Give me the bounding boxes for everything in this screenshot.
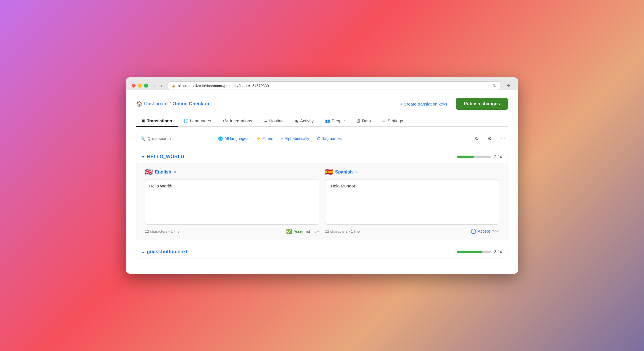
english-sort-icon[interactable]: ⇅ [174,170,176,174]
filters-label: Filters [262,136,273,141]
sort-icon: ≡ [281,136,283,141]
all-languages-button[interactable]: 🌐 All languages [217,135,250,143]
tab-translations[interactable]: ⊞ Translations [136,115,178,127]
alphabetically-button[interactable]: ≡ Alphabetically [279,135,310,143]
spanish-column: 🇪🇸 Spanish ⇅ ¡Hola Mundo! 12 characters … [322,168,502,234]
english-lang-header: 🇬🇧 English ⇅ [145,168,319,176]
search-input[interactable] [148,136,206,141]
breadcrumb-parent[interactable]: Dashboard [144,101,168,107]
hosting-icon: ☁ [263,119,267,123]
breadcrumb-current: Online Check-in [173,101,209,107]
publish-changes-button[interactable]: Publish changes [456,98,508,110]
search-icon: 🔍 [140,136,145,141]
languages-icon: 🌐 [183,119,188,123]
breadcrumb-separator: / [169,101,171,107]
integrations-icon: </> [223,119,228,123]
section-progress-2: 3 / 4 [457,249,502,254]
maximize-button[interactable] [144,84,148,88]
tab-languages-label: Languages [190,118,211,123]
create-translation-keys-button[interactable]: + Create translation keys [396,99,451,109]
minimize-button[interactable] [138,84,142,88]
section-progress: 2 / 4 [457,154,502,159]
settings-icon: ⚙ [382,119,386,123]
progress-bar-fill-2 [457,251,482,253]
translation-section-hello-world: ▾ HELLO_WORLD 2 / 4 🇬🇧 [136,150,508,240]
spanish-translation-input[interactable]: ¡Hola Mundo! [325,179,499,225]
more-options-button[interactable]: ⋯ [498,134,508,143]
globe-icon: 🌐 [218,136,223,141]
data-icon: 🗄 [356,119,360,123]
browser-chrome: ‹ › 🔒 simplelocalize.io/dashboard/projec… [126,77,518,90]
url-text: simplelocalize.io/dashboard/projects/?ha… [178,84,491,88]
tag-names-button[interactable]: 🏷 Tag names [315,135,343,143]
nav-tabs: ⊞ Translations 🌐 Languages </> Integrati… [136,115,508,127]
refresh-button[interactable]: ↻ [472,134,481,143]
alphabetically-label: Alphabetically [284,136,309,141]
tab-activity[interactable]: ◉ Activity [289,115,319,127]
section-key-name: HELLO_WORLD [147,154,184,160]
progress-label: 2 / 4 [494,154,502,159]
tab-data-label: Data [362,118,371,123]
translation-section-guest-button-next: ▴ guest.button.next 3 / 4 [136,245,508,259]
breadcrumb: 🏠 Dashboard / Online Check-in [136,101,209,107]
translation-content-hello-world: 🇬🇧 English ⇅ Hello World! 12 characters … [136,164,508,240]
english-flag-icon: 🇬🇧 [145,168,153,176]
spanish-translation-footer: 12 characters • 1 line Accept ⌥↵ [325,229,499,234]
tab-hosting[interactable]: ☁ Hosting [258,115,289,127]
people-icon: 👥 [325,119,330,123]
english-column: 🇬🇧 English ⇅ Hello World! 12 characters … [142,168,322,234]
accepted-badge: ✅ Accepted [286,229,310,234]
toolbar-filters: 🌐 All languages ⚡ Filters ≡ Alphabetical… [217,135,343,143]
forward-button[interactable]: › [159,82,164,89]
section-key-toggle: ▾ HELLO_WORLD [142,154,184,160]
english-lang-name: English [155,170,171,175]
close-button[interactable] [132,84,136,88]
english-translation-footer: 12 characters • 1 line ✅ Accepted ⌥↵ [145,229,319,234]
all-languages-label: All languages [225,136,248,141]
tag-icon: 🏷 [317,136,321,141]
tab-translations-label: Translations [147,118,172,123]
app-content: 🏠 Dashboard / Online Check-in + Create t… [126,90,518,274]
section-header-guest-button-next: ▴ guest.button.next 3 / 4 [136,245,508,259]
tab-integrations[interactable]: </> Integrations [217,115,258,127]
traffic-lights [132,84,148,88]
tab-settings-label: Settings [388,118,403,123]
filters-button[interactable]: ⚡ Filters [255,135,274,143]
activity-icon: ◉ [295,119,298,123]
back-button[interactable]: ‹ [152,82,157,89]
new-tab-button[interactable]: + [504,82,512,89]
tab-settings[interactable]: ⚙ Settings [377,115,409,127]
lock-icon: 🔒 [172,84,176,88]
column-settings-button[interactable]: ⚙ [485,134,494,143]
english-shortcut: ⌥↵ [312,230,319,234]
spanish-shortcut: ⌥↵ [492,229,499,233]
spanish-lang-name: Spanish [335,170,353,175]
tab-hosting-label: Hosting [269,118,284,123]
tab-integrations-label: Integrations [230,118,252,123]
english-translation-input[interactable]: Hello World! [145,179,319,225]
progress-bar-2 [457,251,491,253]
tab-data[interactable]: 🗄 Data [350,115,377,127]
filter-icon: ⚡ [256,136,261,141]
progress-label-2: 3 / 4 [494,249,502,254]
accept-label: Accept [478,229,490,234]
chevron-down-icon[interactable]: ▾ [142,154,144,159]
toolbar: 🔍 🌐 All languages ⚡ Filters ≡ Alphabetic… [136,134,508,143]
accept-button[interactable]: Accept [471,229,490,234]
progress-bar [457,156,491,158]
checkmark-icon: ✅ [286,229,292,234]
url-bar[interactable]: 🔒 simplelocalize.io/dashboard/projects/?… [168,81,500,90]
browser-window: ‹ › 🔒 simplelocalize.io/dashboard/projec… [126,77,518,274]
accepted-label: Accepted [294,229,310,234]
section-header-hello-world: ▾ HELLO_WORLD 2 / 4 [136,150,508,164]
chevron-up-icon[interactable]: ▴ [142,249,144,254]
search-box[interactable]: 🔍 [136,134,210,143]
tab-languages[interactable]: 🌐 Languages [178,115,217,127]
accept-circle-icon [471,229,476,234]
spanish-sort-icon[interactable]: ⇅ [355,170,358,174]
english-char-info: 12 characters • 1 line [145,229,286,234]
reload-icon[interactable]: ↻ [493,83,496,88]
spanish-flag-icon: 🇪🇸 [325,168,333,176]
tab-people[interactable]: 👥 People [319,115,351,127]
spanish-char-info: 12 characters • 1 line [325,229,471,234]
